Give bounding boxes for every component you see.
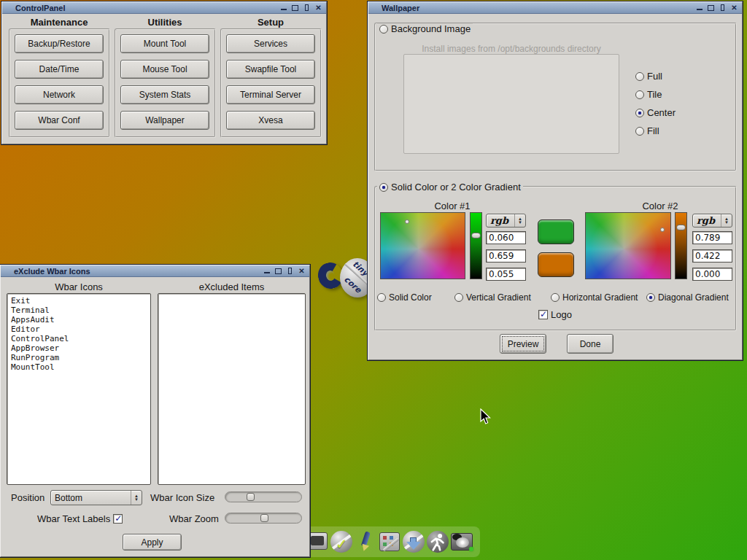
- wbar-icons-list[interactable]: Exit Terminal AppsAudit Editor ControlPa…: [7, 293, 151, 485]
- close-button[interactable]: ✕: [729, 4, 739, 12]
- exclude-titlebar[interactable]: eXclude Wbar Icons ✕: [1, 265, 309, 277]
- dock-item-mount-tool[interactable]: [451, 530, 473, 553]
- list-item[interactable]: MountTool: [11, 362, 147, 372]
- horizontal-gradient-radio[interactable]: [551, 293, 560, 302]
- close-button[interactable]: ✕: [314, 4, 323, 12]
- swapfile-tool-button[interactable]: Swapfile Tool: [226, 60, 315, 79]
- shade-button[interactable]: [285, 267, 295, 275]
- zoom-thumb[interactable]: [260, 514, 268, 522]
- maximize-button[interactable]: [290, 4, 300, 12]
- wallpaper-titlebar[interactable]: Wallpaper ✕: [368, 2, 742, 14]
- maximize-button[interactable]: [706, 4, 716, 12]
- icon-size-thumb[interactable]: [247, 493, 255, 501]
- dock-item-apps-audit[interactable]: ✓: [330, 530, 352, 553]
- list-item[interactable]: AppsAudit: [11, 315, 147, 324]
- control-panel-titlebar[interactable]: ControlPanel ✕: [2, 2, 326, 14]
- shade-icon: [288, 268, 292, 274]
- maximize-button[interactable]: [274, 267, 283, 275]
- dock-item-editor[interactable]: [355, 530, 376, 553]
- position-dropdown[interactable]: Bottom ▲▼: [50, 490, 142, 505]
- mode-tile-label: Tile: [647, 89, 662, 100]
- mount-tool-button[interactable]: Mount Tool: [120, 34, 209, 53]
- wallpaper-button[interactable]: Wallpaper: [120, 111, 209, 130]
- apply-button[interactable]: Apply: [123, 534, 182, 551]
- list-item[interactable]: ControlPanel: [11, 334, 147, 343]
- position-label: Position: [11, 492, 44, 503]
- wbar-text-labels-checkbox[interactable]: [113, 514, 123, 524]
- color1-format-choice[interactable]: rgb ▲▼: [486, 214, 526, 228]
- list-item[interactable]: Terminal: [11, 306, 147, 315]
- diagonal-gradient-radio[interactable]: [646, 293, 655, 302]
- list-item[interactable]: RunProgram: [11, 353, 147, 362]
- background-image-list[interactable]: [403, 54, 619, 154]
- section-header-utilities: Utilities: [148, 17, 182, 28]
- desktop: { "icons": { "close": "✕", "arrow_up": "…: [0, 0, 747, 560]
- minimize-icon: [697, 5, 703, 10]
- date-time-button[interactable]: Date/Time: [15, 60, 104, 79]
- color1-slider-thumb[interactable]: [471, 233, 481, 238]
- color2-format-choice[interactable]: rgb ▲▼: [692, 214, 732, 228]
- close-button[interactable]: ✕: [297, 267, 306, 275]
- color2-slider-thumb[interactable]: [676, 225, 686, 230]
- xvesa-button[interactable]: Xvesa: [226, 111, 315, 130]
- color1-picker[interactable]: [380, 212, 465, 279]
- minimize-button[interactable]: [262, 267, 271, 275]
- color2-blue-field[interactable]: [692, 268, 732, 281]
- tinycore-logo: tiny core: [317, 255, 375, 302]
- solid-color-radio[interactable]: [377, 293, 386, 302]
- wbar-zoom-label: Wbar Zoom: [169, 513, 219, 524]
- color2-green-field[interactable]: [692, 249, 732, 262]
- dock-item-control-panel[interactable]: [379, 530, 400, 553]
- list-item[interactable]: AppBrowser: [11, 343, 147, 353]
- color2-picker[interactable]: [585, 212, 671, 279]
- color1-green-field[interactable]: [486, 249, 526, 262]
- terminal-server-button[interactable]: Terminal Server: [226, 85, 315, 104]
- mouse-tool-button[interactable]: Mouse Tool: [120, 60, 209, 79]
- shade-button[interactable]: [302, 4, 311, 12]
- system-stats-button[interactable]: System Stats: [120, 85, 209, 104]
- color1-red-field[interactable]: [486, 231, 526, 244]
- solid-color-section-radio[interactable]: [379, 183, 388, 192]
- done-button[interactable]: Done: [567, 334, 614, 354]
- mode-fill-radio[interactable]: [635, 127, 644, 136]
- backup-restore-button[interactable]: Backup/Restore: [15, 34, 104, 53]
- network-button[interactable]: Network: [15, 85, 104, 104]
- wbar-text-labels-label: Wbar Text Labels: [37, 513, 110, 524]
- color2-red-field[interactable]: [692, 231, 732, 244]
- color1-format-value: rgb: [487, 214, 514, 227]
- shade-button[interactable]: [718, 4, 727, 12]
- mount-tool-icon: [451, 533, 473, 551]
- preview-button[interactable]: Preview: [500, 334, 546, 354]
- mode-tile-radio[interactable]: [635, 90, 644, 99]
- maximize-icon: [275, 268, 282, 274]
- list-item[interactable]: Editor: [11, 324, 147, 334]
- color2-label: Color #2: [642, 201, 678, 211]
- mode-center-radio[interactable]: [635, 109, 644, 117]
- color1-swatch[interactable]: [538, 219, 574, 244]
- color2-swatch[interactable]: [538, 252, 574, 277]
- minimize-button[interactable]: [279, 4, 288, 12]
- wbar-icon-size-slider[interactable]: [225, 491, 302, 502]
- color1-blue-field[interactable]: [486, 268, 526, 281]
- background-image-radio[interactable]: [379, 25, 388, 34]
- dock-item-app-browser[interactable]: [403, 530, 425, 553]
- wbar-icons-header: Wbar Icons: [55, 281, 103, 292]
- diagonal-gradient-label: Diagonal Gradient: [658, 292, 729, 303]
- wbar-conf-button[interactable]: Wbar Conf: [15, 111, 104, 130]
- wbar-zoom-slider[interactable]: [225, 513, 302, 524]
- vertical-gradient-radio[interactable]: [454, 293, 463, 302]
- control-panel-icon: [379, 532, 400, 551]
- excluded-items-list[interactable]: [158, 293, 306, 485]
- mode-full-radio[interactable]: [635, 72, 644, 81]
- color1-value-slider[interactable]: [470, 212, 482, 279]
- services-button[interactable]: Services: [226, 34, 315, 53]
- minimize-button[interactable]: [694, 4, 704, 12]
- dock-item-run-program[interactable]: [427, 530, 449, 553]
- excluded-items-header: eXcluded Items: [199, 281, 265, 292]
- maximize-icon: [292, 5, 298, 11]
- spinner-arrows-icon: ▲▼: [514, 214, 525, 227]
- maximize-icon: [708, 5, 714, 11]
- color2-value-slider[interactable]: [675, 212, 687, 279]
- list-item[interactable]: Exit: [11, 296, 147, 306]
- logo-checkbox[interactable]: [538, 310, 548, 319]
